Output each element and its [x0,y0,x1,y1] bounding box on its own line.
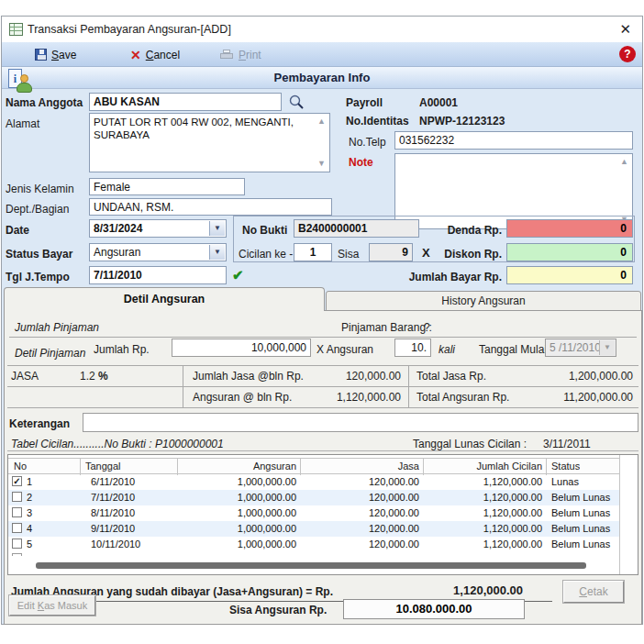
lunas-label: Tanggal Lunas Cicilan : [413,438,527,450]
table-row[interactable]: 3 8/11/2010 1,000,000.00 120,000.00 1,12… [8,505,619,521]
nama-anggota-field[interactable]: ABU KASAN [89,93,282,111]
cell-tanggal: 9/11/2010 [91,523,135,534]
header-no[interactable]: No [14,461,27,472]
jenis-kelamin-field[interactable]: Female [89,178,245,195]
window-title: Transaksi Pembayaran Angsuran-[ADD] [28,23,231,36]
date-label: Date [6,224,29,237]
cancel-label: Cancel [146,49,180,61]
note-scroll-up-icon[interactable]: ▲ [620,157,639,166]
date-dropdown-icon[interactable]: ▼ [209,221,225,236]
total-jasa-label: Total Jasa Rp. [416,370,486,383]
cell-status: Belum Lunas [551,507,610,518]
status-bayar-value: Angsuran [94,246,140,259]
jasa-line-top [7,365,638,366]
sisa-field: 9 [369,243,413,261]
horizontal-scrollbar[interactable] [36,562,586,569]
tabel-cicilan-label: Tabel Cicilan..........No Bukti : P10000… [11,438,224,450]
angsuran-bln-value: 1,120,000.00 [305,391,401,404]
diskon-field[interactable]: 0 [506,243,633,261]
cetak-button[interactable]: Cetak [563,581,624,603]
bayar-field[interactable]: 0 [506,266,633,284]
cell-no: 1 [27,476,32,487]
vertical-scrollbar[interactable] [619,455,638,574]
tempo-field[interactable]: 7/11/2010 [89,266,227,284]
total-jasa-value: 1,200,000.00 [516,370,633,383]
separator-1 [9,337,637,338]
cancel-icon: ✕ [130,48,141,62]
row-checkbox[interactable]: ✓ [12,476,22,486]
cicilan-field[interactable]: 1 [294,243,332,261]
table-row[interactable]: ✓ 1 6/11/2010 1,000,000.00 120,000.00 1,… [8,474,619,490]
save-icon [35,49,47,61]
identitas-value: NPWP-12123123 [419,115,505,128]
search-icon[interactable] [287,94,305,112]
save-button[interactable]: Save [35,46,76,63]
date-combobox[interactable]: 8/31/2024 ▼ [89,219,227,238]
dept-bagian-field[interactable]: UNDAAN, RSM. [89,198,332,216]
header-status[interactable]: Status [551,461,580,472]
telp-label: No.Telp [349,136,386,149]
cell-tanggal: 7/11/2010 [91,492,135,503]
x-angsuran-label: X Angsuran [316,343,373,356]
cell-no: 5 [27,539,32,550]
partial-row-checkbox [12,553,22,556]
cell-angsuran: 1,000,000.00 [183,492,296,503]
cell-jasa: 120,000.00 [305,476,419,487]
title-bar: Transaksi Pembayaran Angsuran-[ADD] ✕ [2,17,642,42]
denda-field[interactable]: 0 [506,219,633,238]
row-checkbox[interactable] [12,539,22,549]
header-angsuran[interactable]: Angsuran [183,461,296,472]
cell-tanggal: 8/11/2010 [91,507,135,518]
help-button[interactable]: ? [619,46,636,62]
row-checkbox[interactable] [12,492,22,502]
edit-kas-masuk-button[interactable]: Edit Kas Masuk [9,595,95,616]
tab-history-angsuran[interactable]: History Angsuran [326,291,641,311]
status-bayar-label: Status Bayar [6,248,72,261]
paid-value: 1,120,000.00 [387,583,523,597]
jumlah-pinjaman-label: Jumlah Pinjaman [15,321,99,334]
cell-status: Lunas [551,476,579,487]
print-button[interactable]: Print [220,46,261,63]
sisa-label: Sisa [338,248,359,261]
tab-detil-angsuran[interactable]: Detil Angsuran [4,287,325,311]
header-jasa[interactable]: Jasa [305,461,419,472]
table-row[interactable]: 5 10/11/2010 1,000,000.00 120,000.00 1,1… [8,537,619,552]
tanggal-mulai-dropdown-icon: ▼ [599,340,615,355]
cell-jumlah: 1,120,000.00 [428,476,542,487]
cell-jasa: 120,000.00 [305,507,419,518]
status-dropdown-icon[interactable]: ▼ [209,245,225,260]
row-checkbox[interactable] [12,523,22,533]
table-row[interactable]: 4 9/11/2010 1,000,000.00 120,000.00 1,12… [8,521,619,537]
x-angsuran-field[interactable]: 10. [394,339,431,357]
close-icon[interactable]: ✕ [619,21,631,38]
cell-jasa: 120,000.00 [305,539,419,550]
cell-status: Belum Lunas [551,539,610,550]
keterangan-label: Keterangan [9,417,70,430]
jasa-line-mid [7,386,638,387]
jumlah-rp-field[interactable]: 10,000,000 [172,339,311,357]
table-row[interactable]: 2 7/11/2010 1,000,000.00 120,000.00 1,12… [8,490,619,505]
diskon-label: Diskon Rp. [424,248,502,261]
alamat-textarea[interactable]: PUTAT LOR RT 004 RW 002, MENGANTI, SURAB… [89,113,330,172]
angsuran-bln-label: Angsuran @ bln Rp. [193,391,292,404]
tanggal-mulai-combobox: 5 /11/2010 ▼ [545,339,616,357]
nobukti-field: B2400000001 [294,219,419,238]
header-tanggal[interactable]: Tanggal [85,461,121,472]
cancel-button[interactable]: ✕ Cancel [130,46,180,63]
print-icon [220,50,234,61]
cell-jumlah: 1,120,000.00 [428,492,542,503]
jasa-vline-2 [408,365,409,407]
keterangan-input[interactable] [83,413,638,432]
row-checkbox[interactable] [12,507,22,517]
cell-angsuran: 1,000,000.00 [183,523,296,534]
jenis-kelamin-label: Jenis Kelamin [6,183,74,195]
pinjaman-barang-value: ? [424,321,430,334]
jasa-line-bottom [7,407,638,408]
nobukti-label: No Bukti [242,224,287,237]
save-label: Save [51,49,76,61]
header-jumlah-cicilan[interactable]: Jumlah Cicilan [428,461,542,472]
status-bayar-combobox[interactable]: Angsuran ▼ [89,243,227,261]
cell-jasa: 120,000.00 [305,492,419,503]
telp-field[interactable]: 031562232 [394,131,633,150]
print-label: Print [239,49,261,61]
